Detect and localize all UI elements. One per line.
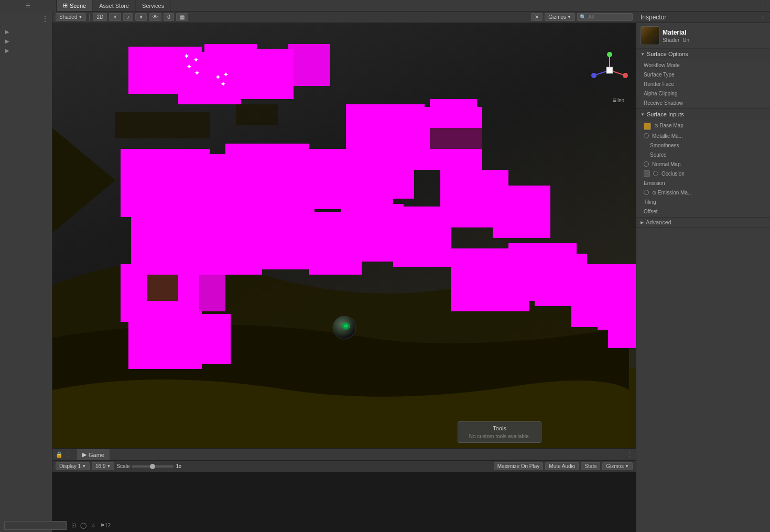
offset-label: Offset bbox=[644, 209, 766, 214]
source-row: Source bbox=[636, 150, 770, 159]
scene-search-input[interactable] bbox=[588, 14, 630, 20]
effects-icon: ✦ bbox=[139, 14, 143, 20]
material-info: Material Shader Un bbox=[663, 29, 766, 43]
bottom-tool-3-icon[interactable]: ☆ bbox=[91, 522, 96, 529]
base-map-color-swatch[interactable] bbox=[644, 123, 651, 130]
svg-rect-25 bbox=[173, 259, 225, 311]
tab-bar-dots-icon: ⋮ bbox=[65, 451, 71, 458]
inspector-header: Inspector ⋮ bbox=[636, 12, 770, 23]
2d-button[interactable]: 2D bbox=[93, 13, 107, 21]
sparkle-6: ✦ bbox=[220, 80, 226, 88]
sparkle-3: ✦ bbox=[186, 62, 192, 71]
bottom-tab-bar-overflow[interactable]: ⋮ bbox=[627, 451, 633, 458]
svg-rect-27 bbox=[183, 314, 231, 364]
game-gizmos-dropdown[interactable]: Gizmos ▼ bbox=[602, 462, 633, 470]
tab-asset-store[interactable]: Asset Store bbox=[93, 0, 136, 11]
occlusion-checkbox[interactable] bbox=[644, 170, 650, 177]
surface-options-content: Workflow Mode Surface Type Render Face A… bbox=[636, 59, 770, 108]
display-label: Display 1 bbox=[59, 463, 81, 469]
scene-container: Shaded ▼ 2D ☀ ♪ ✦ 👁 0 ▦ bbox=[52, 12, 636, 532]
shader-label: Shader bbox=[663, 37, 679, 43]
grid-btn[interactable]: ▦ bbox=[176, 13, 188, 21]
overlay-btn[interactable]: 0 bbox=[164, 13, 174, 21]
svg-rect-37 bbox=[430, 128, 482, 149]
gizmo-widget[interactable] bbox=[591, 52, 628, 89]
tab-scene[interactable]: ⊞ Scene bbox=[57, 0, 93, 11]
surface-inputs-section: ▼ Surface Inputs ⊙ Base Map Metallic Ma.… bbox=[636, 109, 770, 218]
surface-options-title: Surface Options bbox=[647, 51, 688, 57]
svg-rect-5 bbox=[236, 49, 294, 99]
surface-options-header[interactable]: ▼ Surface Options bbox=[636, 49, 770, 59]
game-gizmos-chevron-icon: ▼ bbox=[625, 464, 629, 469]
display-chevron-icon: ▼ bbox=[82, 464, 86, 469]
game-gizmos-label: Gizmos bbox=[606, 463, 624, 469]
display-dropdown[interactable]: Display 1 ▼ bbox=[56, 462, 90, 470]
scale-track[interactable] bbox=[132, 465, 173, 468]
scene-viewport[interactable]: ✦ ✦ ✦ ✦ ✦ ✦ ✦ ≡ bbox=[52, 23, 636, 448]
audio-btn[interactable]: ♪ bbox=[123, 13, 133, 21]
bottom-tool-1-icon[interactable]: ⊡ bbox=[71, 522, 76, 529]
right-panel: Inspector ⋮ Material Shader Un ▼ Surface… bbox=[636, 12, 770, 532]
aspect-dropdown[interactable]: 16:9 ▼ bbox=[92, 462, 114, 470]
search-bar[interactable]: 🔍 bbox=[577, 13, 633, 21]
bottom-tab-bar: 🔒 ⋮ ▶ Game ⋮ bbox=[52, 449, 636, 461]
effects-btn[interactable]: ✦ bbox=[135, 13, 147, 21]
asset-store-tab-label: Asset Store bbox=[99, 3, 129, 9]
sun-icon: ☀ bbox=[113, 14, 117, 20]
lighting-btn[interactable]: ☀ bbox=[109, 13, 121, 21]
shader-value: Un bbox=[682, 37, 689, 43]
mute-audio-label: Mute Audio bbox=[549, 463, 575, 469]
bottom-area: 🔒 ⋮ ▶ Game ⋮ Display 1 ▼ 16:9 ▼ bbox=[52, 448, 636, 532]
main-area: ⋮ ▶ ▶ ▶ Shaded ▼ 2D ☀ ♪ ✦ bbox=[0, 12, 770, 532]
bottom-search-bar: ⊡ ◯ ☆ ⚑12 bbox=[52, 521, 111, 530]
scale-thumb[interactable] bbox=[150, 464, 155, 469]
svg-rect-19 bbox=[309, 212, 362, 275]
scene-sphere bbox=[331, 314, 357, 341]
tab-bar-menu[interactable]: ⋮ bbox=[760, 2, 770, 9]
mute-audio-button[interactable]: Mute Audio bbox=[545, 462, 579, 470]
sidebar-arrow-1[interactable]: ▶ bbox=[3, 27, 12, 36]
tools-panel-message: No custom tools available. bbox=[461, 433, 538, 439]
scene-svg bbox=[52, 23, 636, 448]
tab-game[interactable]: ▶ Game bbox=[77, 449, 110, 460]
surface-inputs-triangle-icon: ▼ bbox=[641, 112, 645, 117]
sidebar-menu-icon[interactable]: ⋮ bbox=[41, 15, 49, 23]
advanced-section: ▶ Advanced bbox=[636, 218, 770, 227]
bottom-search-input[interactable] bbox=[52, 521, 67, 530]
game-toolbar: Display 1 ▼ 16:9 ▼ Scale 1x Maximize O bbox=[52, 461, 636, 472]
occlusion-map-row: Occlusion bbox=[636, 169, 770, 178]
svg-rect-34 bbox=[147, 275, 178, 301]
search-icon: 🔍 bbox=[580, 14, 586, 20]
maximize-on-play-button[interactable]: Maximize On Play bbox=[494, 462, 544, 470]
svg-rect-23 bbox=[493, 186, 550, 238]
surface-inputs-header[interactable]: ▼ Surface Inputs bbox=[636, 109, 770, 120]
scale-text-label: Scale bbox=[116, 463, 129, 469]
svg-rect-33 bbox=[608, 280, 636, 348]
gizmos-dropdown[interactable]: Gizmos ▼ bbox=[545, 13, 575, 21]
sidebar-arrow-2[interactable]: ▶ bbox=[3, 37, 12, 45]
tab-services[interactable]: Services bbox=[136, 0, 171, 11]
stats-button[interactable]: Stats bbox=[581, 462, 600, 470]
inspector-menu-icon[interactable]: ⋮ bbox=[760, 14, 766, 20]
game-tab-icon: ▶ bbox=[82, 451, 86, 458]
iso-label: ≡ Iso bbox=[613, 96, 624, 104]
aspect-chevron-icon: ▼ bbox=[107, 464, 111, 469]
maximize-on-play-label: Maximize On Play bbox=[497, 463, 540, 469]
workflow-mode-label: Workflow Mode bbox=[644, 62, 766, 68]
bottom-tool-2-icon[interactable]: ◯ bbox=[80, 522, 86, 529]
services-tab-label: Services bbox=[142, 3, 164, 9]
shading-dropdown[interactable]: Shaded ▼ bbox=[56, 13, 86, 21]
material-header: Material Shader Un bbox=[636, 23, 770, 49]
close-scene-icon[interactable]: ✕ bbox=[531, 13, 543, 21]
bottom-tab-bar-menu[interactable]: 🔒 ⋮ bbox=[56, 451, 71, 458]
toolbar-sep-1 bbox=[89, 14, 90, 21]
smoothness-label: Smoothness bbox=[650, 143, 766, 148]
svg-rect-44 bbox=[606, 67, 613, 73]
top-tab-bar: ☰ ⊞ Scene Asset Store Services ⋮ bbox=[0, 0, 770, 12]
svg-rect-36 bbox=[236, 104, 278, 125]
metallic-map-row: Metallic Ma... bbox=[636, 131, 770, 140]
scale-control[interactable]: Scale 1x bbox=[116, 463, 181, 469]
sidebar-arrow-3[interactable]: ▶ bbox=[3, 46, 12, 55]
hide-btn[interactable]: 👁 bbox=[149, 13, 161, 21]
advanced-header[interactable]: ▶ Advanced bbox=[636, 218, 770, 227]
